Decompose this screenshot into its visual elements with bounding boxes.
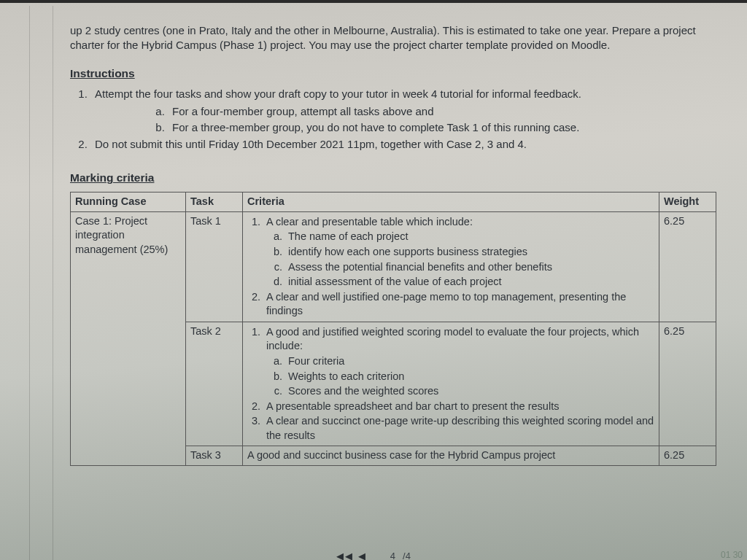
cell-running-case: Case 1: Project integration management (…: [71, 211, 186, 465]
instructions-list: Attempt the four tasks and show your dra…: [76, 87, 716, 152]
instruction-item: Attempt the four tasks and show your dra…: [90, 87, 716, 135]
document-page: up 2 study centres (one in Prato, Italy …: [70, 23, 716, 548]
instruction-subitem: For a three-member group, you do not hav…: [168, 120, 716, 135]
instruction-sublist: For a four-member group, attempt all tas…: [153, 104, 716, 136]
cell-task: Task 3: [186, 446, 243, 466]
document-viewport: up 2 study centres (one in Prato, Italy …: [0, 0, 747, 560]
col-header-criteria: Criteria: [243, 192, 659, 212]
current-page: 4: [385, 551, 400, 560]
intro-paragraph: up 2 study centres (one in Prato, Italy …: [70, 23, 716, 53]
corner-readout: 01 30: [721, 550, 743, 560]
page-total: /4: [403, 551, 411, 560]
ruler-line: [29, 6, 30, 560]
table-header-row: Running Case Task Criteria Weight: [71, 192, 716, 212]
criteria-item: A clear and succinct one-page write-up d…: [263, 414, 654, 443]
cell-criteria: A good and succinct business case for th…: [243, 446, 659, 466]
page-indicator: 4 /4: [385, 551, 410, 560]
col-header-case: Running Case: [71, 192, 186, 212]
criteria-item: A clear and presentable table which incl…: [263, 215, 654, 289]
instruction-item: Do not submit this until Friday 10th Dec…: [90, 137, 716, 152]
criteria-item: A presentable spreadsheet and bar chart …: [263, 400, 654, 414]
criteria-text: A clear and presentable table which incl…: [266, 216, 473, 228]
criteria-item: A clear and well justified one-page memo…: [263, 290, 654, 319]
criteria-subitem: initial assessment of the value of each …: [285, 275, 654, 289]
page-footer: ◀◀ ◀ 4 /4: [0, 551, 747, 560]
col-header-weight: Weight: [659, 192, 716, 212]
prev-page-icon[interactable]: ◀◀ ◀: [336, 551, 367, 560]
criteria-subitem: Scores and the weighted scores: [285, 384, 654, 399]
marking-heading: Marking criteria: [70, 171, 716, 186]
cell-weight: 6.25: [659, 322, 716, 446]
instruction-subitem: For a four-member group, attempt all tas…: [168, 104, 716, 119]
cell-weight: 6.25: [659, 446, 716, 466]
criteria-text: A good and justified weighted scoring mo…: [266, 326, 639, 352]
criteria-subitem: The name of each project: [285, 230, 654, 244]
cell-task: Task 1: [186, 211, 243, 322]
cell-task: Task 2: [186, 322, 243, 446]
ruler-line: [53, 6, 53, 560]
table-row: Case 1: Project integration management (…: [71, 211, 716, 322]
col-header-task: Task: [186, 192, 243, 212]
criteria-subitem: identify how each one supports business …: [285, 245, 654, 260]
criteria-subitem: Assess the potential financial benefits …: [285, 260, 654, 275]
instructions-heading: Instructions: [70, 66, 716, 82]
cell-criteria: A good and justified weighted scoring mo…: [243, 322, 659, 446]
cell-weight: 6.25: [659, 211, 716, 322]
criteria-subitem: Four criteria: [285, 354, 654, 369]
cell-criteria: A clear and presentable table which incl…: [243, 211, 659, 322]
criteria-subitem: Weights to each criterion: [285, 370, 654, 384]
instruction-text: Attempt the four tasks and show your dra…: [95, 88, 581, 100]
marking-criteria-table: Running Case Task Criteria Weight Case 1…: [70, 192, 716, 466]
criteria-item: A good and justified weighted scoring mo…: [263, 325, 654, 399]
